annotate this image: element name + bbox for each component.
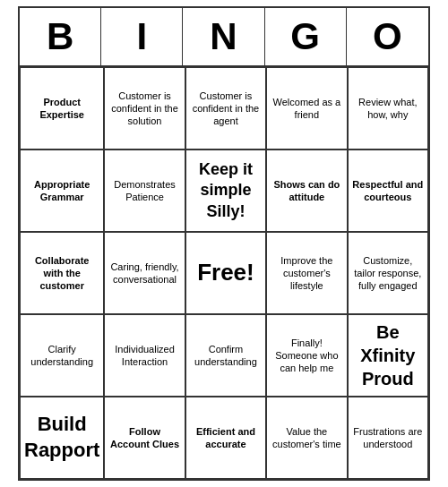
bingo-cell-r3-c3: Free! (185, 232, 266, 314)
bingo-cell-r3-c2: Caring, friendly, conversational (104, 232, 185, 314)
bingo-cell-r4-c2: Individualized Interaction (104, 314, 185, 397)
bingo-cell-r2-c4: Shows can do attitude (266, 150, 347, 232)
bingo-cell-r3-c4: Improve the customer's lifestyle (266, 232, 347, 314)
bingo-cell-r5-c4: Value the customer's time (266, 397, 347, 479)
bingo-cell-r4-c5: Be Xfinity Proud (348, 314, 428, 397)
bingo-cell-r5-c1: Build Rapport (20, 397, 104, 479)
bingo-cell-r1-c2: Customer is confident in the solution (104, 67, 185, 150)
bingo-cell-r4-c3: Confirm understanding (185, 314, 266, 397)
header-letter-b: B (20, 8, 101, 65)
header-letter-o: O (347, 8, 428, 65)
bingo-cell-r1-c4: Welcomed as a friend (266, 67, 347, 150)
bingo-grid: Product ExpertiseCustomer is confident i… (20, 67, 428, 479)
bingo-cell-r5-c3: Efficient and accurate (185, 397, 266, 479)
bingo-cell-r2-c2: Demonstrates Patience (104, 150, 185, 232)
bingo-cell-r2-c5: Respectful and courteous (348, 150, 428, 232)
bingo-card: BINGO Product ExpertiseCustomer is confi… (18, 6, 430, 481)
header-letter-i: I (101, 8, 183, 65)
bingo-header: BINGO (20, 8, 428, 67)
bingo-cell-r1-c1: Product Expertise (20, 67, 104, 150)
bingo-cell-r4-c4: Finally! Someone who can help me (266, 314, 347, 397)
bingo-cell-r3-c5: Customize, tailor response, fully engage… (348, 232, 428, 314)
header-letter-n: N (183, 8, 264, 65)
header-letter-g: G (265, 8, 347, 65)
bingo-cell-r1-c3: Customer is confident in the agent (185, 67, 266, 150)
bingo-cell-r2-c3: Keep it simple Silly! (185, 150, 266, 232)
bingo-cell-r4-c1: Clarify understanding (20, 314, 104, 397)
bingo-cell-r1-c5: Review what, how, why (348, 67, 428, 150)
bingo-cell-r5-c2: Follow Account Clues (104, 397, 185, 479)
bingo-cell-r5-c5: Frustrations are understood (348, 397, 428, 479)
bingo-cell-r3-c1: Collaborate with the customer (20, 232, 104, 314)
bingo-cell-r2-c1: Appropriate Grammar (20, 150, 104, 232)
